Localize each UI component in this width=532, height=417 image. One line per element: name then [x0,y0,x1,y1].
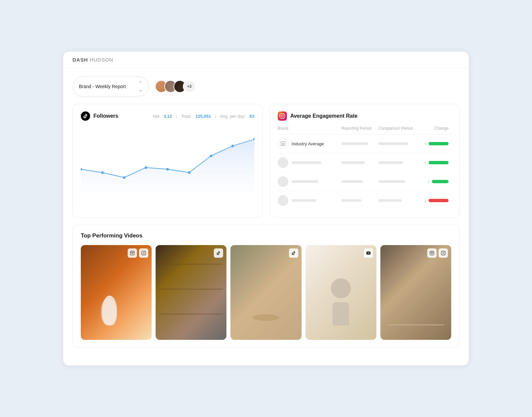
col-brand: Brand [278,126,341,134]
arrow-up-icon: ↑ [424,141,427,146]
video-icons-5 [427,248,448,258]
video-icons-4 [364,248,373,258]
avatar-count: +3 [183,80,196,93]
total-label: Total: [181,114,192,119]
svg-point-23 [444,252,444,252]
followers-stats: Net 3,12 | Total: 125,051 | Avg. per day… [153,114,254,119]
engagement-card-title: Average Engagement Rate [290,113,357,119]
followers-card: Followers Net 3,12 | Total: 125,051 | Av… [72,104,263,217]
change-cell: ↑ [421,141,449,146]
arrow-up-icon: ↑ [428,179,430,184]
instagram-badge [439,248,448,258]
skeleton-bar [341,180,363,183]
svg-point-22 [443,252,444,254]
cards-row: Followers Net 3,12 | Total: 125,051 | Av… [72,104,460,217]
col-comparison: Comparison Period [378,126,420,134]
followers-card-title: Followers [93,113,118,119]
video-card-5[interactable] [380,245,451,340]
brand-avatar [278,195,288,206]
col-reporting: Reporting Period [341,126,379,134]
app-logo: DASH HUDSON [72,57,113,63]
app-container: DASH HUDSON Brand - Weekly Report ⌃⌄ +3 [63,52,469,365]
change-bar-red [429,199,449,202]
skeleton-bar [378,199,402,202]
skeleton-bar [341,161,365,164]
svg-point-3 [145,166,147,169]
brand-avatar [278,176,288,187]
video-card-3[interactable] [230,245,301,340]
svg-rect-21 [441,251,445,255]
change-cell: ↑ [421,179,449,184]
video-card-4[interactable] [306,245,376,340]
report-selector[interactable]: Brand - Weekly Report ⌃⌄ [72,76,149,96]
chevron-icon: ⌃⌄ [138,80,143,93]
engagement-card-header: Average Engagement Rate [278,111,451,121]
tiktok-badge [289,248,298,258]
video-card-2[interactable] [156,245,226,340]
net-label: Net [153,114,160,119]
brand-avatar-star [278,138,288,149]
svg-point-4 [166,168,169,171]
app-header: DASH HUDSON [63,52,469,69]
change-bar-green [432,180,449,183]
skeleton-bar [341,142,368,145]
engagement-card: Average Engagement Rate Brand Reporting … [269,104,460,217]
skeleton-bar [378,161,403,164]
main-content: Brand - Weekly Report ⌃⌄ +3 [63,69,469,355]
video-icons-3 [289,248,298,258]
svg-point-2 [123,176,125,179]
svg-point-19 [432,253,432,253]
table-row: ↓ [278,191,451,210]
avg-label: Avg. per day: [220,114,245,119]
top-bar: Brand - Weekly Report ⌃⌄ +3 [72,76,460,96]
table-row: Industry Average ↑ [278,134,451,153]
svg-point-1 [101,171,104,174]
videos-section-title: Top Performing Videos [81,232,451,239]
total-value: 125,051 [196,114,211,119]
skeleton-bar [378,180,405,183]
table-row: ↑ [278,153,451,172]
change-cell: ↓ [421,198,449,203]
net-value: 3,12 [164,114,172,119]
skeleton-bar [292,199,317,202]
avg-value: 63 [250,114,254,119]
videos-grid [81,245,451,340]
brand-avatar [278,157,288,168]
video-card-1[interactable] [81,245,152,340]
engagement-table: Brand Reporting Period Comparison Period… [278,126,451,210]
instagram-icon [278,111,287,121]
report-selector-label: Brand - Weekly Report [79,84,126,89]
tiktok-icon [81,111,90,121]
avatar-group: +3 [155,80,196,93]
svg-point-8 [253,138,254,141]
reels-badge [427,248,437,258]
skeleton-bar [341,199,361,202]
skeleton-bar [292,161,322,164]
table-row: ↑ [278,172,451,191]
skeleton-bar [378,142,408,145]
youtube-badge [364,248,373,258]
skeleton-bar [292,180,318,183]
followers-card-header: Followers Net 3,12 | Total: 125,051 | Av… [81,111,254,121]
change-bar-green [429,161,449,164]
videos-section: Top Performing Videos [72,225,460,347]
brand-name-industry: Industry Average [292,141,324,146]
col-change: Change [421,126,451,134]
arrow-down-icon: ↓ [424,198,427,203]
followers-chart [81,126,254,193]
change-cell: ↑ [421,160,449,165]
svg-point-6 [210,155,212,157]
svg-point-5 [188,171,191,174]
svg-point-7 [231,145,234,147]
arrow-up-icon: ↑ [424,160,427,165]
change-bar-green [429,142,449,145]
